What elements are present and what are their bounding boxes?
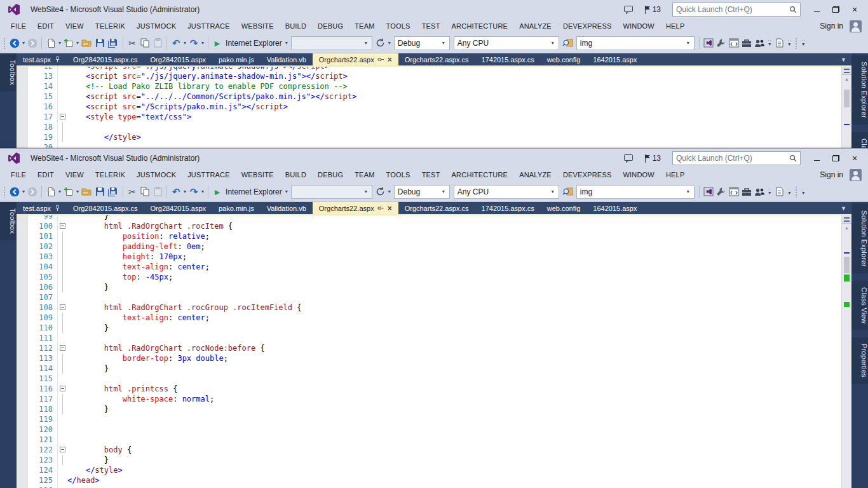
collapse-region-icon[interactable]: − bbox=[60, 114, 65, 119]
add-item-dropdown[interactable]: ▾ bbox=[75, 189, 80, 194]
collapse-region-icon[interactable]: − bbox=[60, 345, 65, 351]
menu-build[interactable]: BUILD bbox=[280, 20, 312, 32]
solution-platform-combo[interactable]: Any CPU▾ bbox=[454, 185, 559, 199]
doc-tab-orgcharts22.aspx.cs[interactable]: Orgcharts22.aspx.cs bbox=[398, 53, 475, 65]
doc-tab-test.aspx[interactable]: test.aspx bbox=[17, 202, 67, 214]
menu-help[interactable]: HELP bbox=[660, 168, 691, 181]
doc-tab-1642015.aspx[interactable]: 1642015.aspx bbox=[587, 53, 643, 65]
minimize-button[interactable] bbox=[807, 3, 826, 17]
cut-button[interactable]: ✂ bbox=[126, 184, 139, 200]
browser-target-dropdown[interactable]: ▾ bbox=[284, 40, 289, 46]
quick-launch-box[interactable] bbox=[672, 3, 801, 17]
start-debug-icon[interactable]: ▶ bbox=[211, 184, 224, 200]
toolbar-grip-2[interactable] bbox=[795, 186, 798, 198]
close-button[interactable]: × bbox=[845, 3, 864, 17]
new-file-dropdown[interactable]: ▾ bbox=[57, 40, 62, 46]
quick-launch-input[interactable] bbox=[676, 5, 789, 14]
doc-tab-org2842015.aspx.cs[interactable]: Org2842015.aspx.cs bbox=[67, 53, 144, 65]
undo-button[interactable]: ↶ bbox=[170, 184, 182, 200]
scrollbar-thumb[interactable] bbox=[844, 90, 850, 107]
panel-tab-solution-explorer[interactable]: Solution Explorer bbox=[851, 55, 868, 125]
toolbar-overflow-2[interactable]: ▾ bbox=[786, 185, 793, 199]
menu-view[interactable]: VIEW bbox=[60, 168, 90, 181]
menu-help[interactable]: HELP bbox=[660, 20, 691, 32]
menu-architecture[interactable]: ARCHITECTURE bbox=[446, 20, 514, 32]
menu-edit[interactable]: EDIT bbox=[32, 168, 60, 181]
toolbar-overflow-3[interactable]: ▾ bbox=[800, 185, 807, 199]
navigate-forward-button[interactable] bbox=[26, 36, 39, 51]
team-explorer-icon[interactable] bbox=[753, 184, 766, 200]
doc-tab-test.aspx[interactable]: test.aspx bbox=[17, 53, 67, 65]
outline-margin[interactable]: − bbox=[57, 302, 67, 313]
menu-debug[interactable]: DEBUG bbox=[312, 168, 349, 181]
quick-launch-input[interactable] bbox=[676, 154, 789, 163]
doc-tab-validation.vb[interactable]: Validation.vb bbox=[261, 53, 313, 65]
tab-list-dropdown-icon[interactable]: ▼ bbox=[836, 53, 851, 65]
toolbar-grip[interactable] bbox=[3, 186, 6, 198]
doc-tab-web.config[interactable]: web.config bbox=[541, 202, 587, 214]
paste-button[interactable] bbox=[151, 36, 164, 51]
pin-icon[interactable] bbox=[55, 56, 60, 63]
notifications-flag[interactable]: 13 bbox=[639, 154, 666, 163]
toolbar-overflow-1[interactable]: ▾ bbox=[766, 185, 773, 199]
menu-justmock[interactable]: JUSTMOCK bbox=[131, 20, 182, 32]
doc-tab-orgcharts22.aspx[interactable]: Orgcharts22.aspx× bbox=[313, 53, 398, 65]
doc-tab-org2842015.aspx.cs[interactable]: Org2842015.aspx.cs bbox=[67, 202, 144, 214]
doc-tab-1642015.aspx[interactable]: 1642015.aspx bbox=[587, 202, 643, 214]
toolbar-grip[interactable] bbox=[3, 37, 6, 49]
quick-launch-box[interactable] bbox=[672, 151, 801, 165]
save-button[interactable] bbox=[93, 184, 106, 200]
new-file-button[interactable] bbox=[44, 184, 57, 200]
undo-dropdown[interactable]: ▾ bbox=[182, 40, 187, 46]
add-item-button[interactable] bbox=[62, 184, 75, 200]
doc-tab-validation.vb[interactable]: Validation.vb bbox=[261, 202, 313, 214]
navigate-forward-button[interactable] bbox=[26, 184, 39, 200]
pin-icon[interactable] bbox=[377, 57, 384, 62]
doc-tab-orgcharts22.aspx.cs[interactable]: Orgcharts22.aspx.cs bbox=[398, 202, 475, 214]
toolbar-overflow-3[interactable]: ▾ bbox=[800, 36, 807, 50]
menu-tools[interactable]: TOOLS bbox=[381, 168, 416, 181]
redo-button[interactable]: ↷ bbox=[187, 36, 200, 51]
browser-link-combo[interactable]: ▾ bbox=[291, 36, 372, 50]
outline-margin[interactable]: − bbox=[57, 343, 67, 353]
menu-team[interactable]: TEAM bbox=[349, 168, 380, 181]
properties-window-icon[interactable] bbox=[715, 36, 728, 51]
menu-test[interactable]: TEST bbox=[416, 168, 446, 181]
undo-button[interactable]: ↶ bbox=[170, 36, 182, 51]
collapse-region-icon[interactable]: − bbox=[60, 304, 65, 310]
find-combo[interactable]: img▾ bbox=[576, 185, 695, 199]
refresh-dropdown[interactable]: ▾ bbox=[387, 189, 392, 194]
browser-target-label[interactable]: Internet Explorer bbox=[224, 39, 284, 48]
menu-edit[interactable]: EDIT bbox=[32, 20, 60, 32]
save-all-button[interactable] bbox=[106, 184, 120, 200]
doc-tab-pako.min.js[interactable]: pako.min.js bbox=[212, 202, 261, 214]
solution-configuration-combo[interactable]: Debug▾ bbox=[394, 36, 450, 50]
document-outline-icon[interactable] bbox=[773, 184, 786, 200]
menu-telerik[interactable]: TELERIK bbox=[90, 20, 131, 32]
paste-button[interactable] bbox=[151, 184, 164, 200]
restore-button[interactable] bbox=[826, 151, 845, 165]
menu-justtrace[interactable]: JUSTTRACE bbox=[182, 20, 236, 32]
split-window-handle[interactable] bbox=[842, 215, 851, 224]
menu-analyze[interactable]: ANALYZE bbox=[513, 168, 557, 181]
open-file-button[interactable] bbox=[80, 36, 93, 51]
menu-website[interactable]: WEBSITE bbox=[236, 168, 280, 181]
menu-view[interactable]: VIEW bbox=[60, 20, 90, 32]
menu-architecture[interactable]: ARCHITECTURE bbox=[446, 168, 514, 181]
menu-test[interactable]: TEST bbox=[416, 20, 446, 32]
menu-analyze[interactable]: ANALYZE bbox=[513, 20, 557, 32]
doc-tab-web.config[interactable]: web.config bbox=[541, 53, 587, 65]
toolbox-toolbar-icon[interactable] bbox=[740, 36, 753, 51]
refresh-button[interactable] bbox=[374, 184, 387, 200]
redo-dropdown[interactable]: ▾ bbox=[200, 40, 205, 46]
sign-in-link[interactable]: Sign in bbox=[813, 22, 850, 30]
menu-window[interactable]: WINDOW bbox=[617, 168, 660, 181]
web-code-window-icon[interactable] bbox=[728, 36, 740, 51]
navigate-back-dropdown[interactable]: ▾ bbox=[21, 40, 26, 46]
doc-tab-org2842015.aspx[interactable]: Org2842015.aspx bbox=[144, 202, 212, 214]
save-button[interactable] bbox=[93, 36, 106, 51]
menu-justmock[interactable]: JUSTMOCK bbox=[131, 168, 182, 181]
outline-margin[interactable]: − bbox=[57, 221, 67, 231]
add-item-button[interactable] bbox=[62, 36, 75, 51]
menu-file[interactable]: FILE bbox=[5, 168, 32, 181]
